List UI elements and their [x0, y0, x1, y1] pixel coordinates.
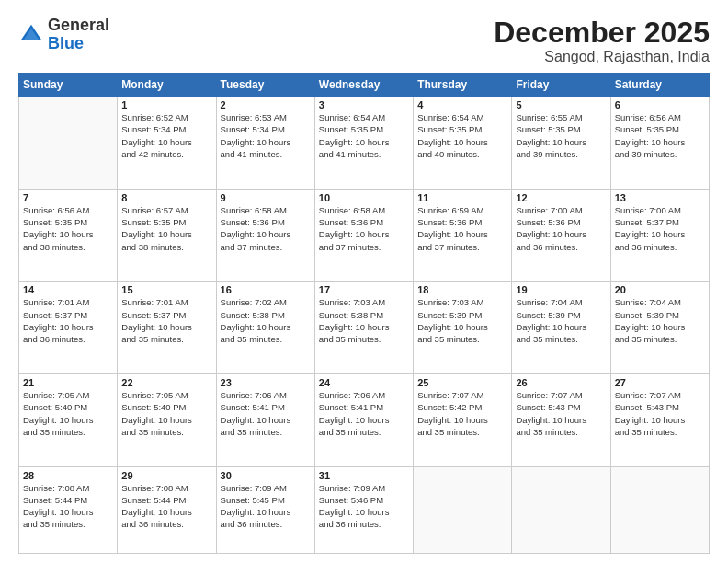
cell-info-line: and 36 minutes.	[516, 241, 606, 253]
cell-info-line: Daylight: 10 hours	[121, 414, 211, 426]
weekday-saturday: Saturday	[610, 74, 709, 97]
cell-info-line: and 35 minutes.	[221, 426, 311, 438]
cell-info-line: Daylight: 10 hours	[516, 321, 606, 333]
cell-info-line: and 38 minutes.	[121, 241, 211, 253]
cell-info-line: Daylight: 10 hours	[319, 136, 409, 148]
calendar-cell: 9Sunrise: 6:58 AMSunset: 5:36 PMDaylight…	[216, 189, 314, 282]
cell-info-line: Daylight: 10 hours	[319, 506, 409, 518]
day-number: 31	[319, 470, 409, 481]
cell-info-line: and 41 minutes.	[319, 148, 409, 160]
cell-info-line: Sunrise: 7:01 AM	[121, 296, 211, 308]
calendar: SundayMondayTuesdayWednesdayThursdayFrid…	[18, 73, 710, 554]
cell-info-line: and 42 minutes.	[121, 148, 211, 160]
cell-info-line: and 36 minutes.	[221, 518, 311, 530]
day-number: 1	[121, 99, 211, 110]
day-number: 16	[221, 284, 311, 295]
calendar-cell: 14Sunrise: 7:01 AMSunset: 5:37 PMDayligh…	[19, 282, 118, 374]
cell-info-line: and 35 minutes.	[417, 426, 507, 438]
cell-info-line: Sunset: 5:39 PM	[417, 309, 507, 321]
cell-info-line: Sunrise: 7:03 AM	[319, 296, 409, 308]
cell-info-line: Daylight: 10 hours	[319, 228, 409, 240]
calendar-cell: 12Sunrise: 7:00 AMSunset: 5:36 PMDayligh…	[512, 189, 610, 282]
cell-info-line: Sunset: 5:35 PM	[319, 123, 409, 135]
day-number: 3	[319, 99, 409, 110]
cell-info-line: and 40 minutes.	[417, 148, 507, 160]
cell-info-line: and 37 minutes.	[417, 241, 507, 253]
day-number: 20	[615, 284, 705, 295]
calendar-cell: 28Sunrise: 7:08 AMSunset: 5:44 PMDayligh…	[19, 466, 118, 553]
day-number: 13	[615, 192, 705, 203]
cell-info-line: Sunrise: 6:56 AM	[615, 111, 705, 123]
location: Sangod, Rajasthan, India	[494, 49, 710, 65]
cell-info-line: Sunset: 5:38 PM	[221, 309, 311, 321]
week-row-3: 14Sunrise: 7:01 AMSunset: 5:37 PMDayligh…	[19, 282, 710, 374]
cell-info-line: Sunrise: 7:08 AM	[121, 482, 211, 494]
calendar-cell: 19Sunrise: 7:04 AMSunset: 5:39 PMDayligh…	[512, 282, 610, 374]
cell-info-line: Daylight: 10 hours	[23, 414, 113, 426]
cell-info-line: Sunset: 5:39 PM	[516, 309, 606, 321]
cell-info-line: Sunset: 5:36 PM	[319, 216, 409, 228]
cell-info-line: and 36 minutes.	[615, 241, 705, 253]
calendar-cell: 22Sunrise: 7:05 AMSunset: 5:40 PMDayligh…	[118, 373, 216, 466]
calendar-cell	[512, 466, 610, 553]
calendar-cell: 8Sunrise: 6:57 AMSunset: 5:35 PMDaylight…	[118, 189, 216, 282]
cell-info-line: Sunset: 5:43 PM	[516, 401, 606, 413]
cell-info-line: Sunrise: 7:00 AM	[516, 204, 606, 216]
calendar-cell: 29Sunrise: 7:08 AMSunset: 5:44 PMDayligh…	[118, 466, 216, 553]
cell-info-line: Daylight: 10 hours	[417, 228, 507, 240]
cell-info-line: Sunrise: 7:04 AM	[516, 296, 606, 308]
cell-info-line: Sunrise: 7:02 AM	[221, 296, 311, 308]
cell-info-line: and 38 minutes.	[23, 241, 113, 253]
cell-info-line: Daylight: 10 hours	[516, 136, 606, 148]
day-number: 24	[319, 377, 409, 388]
cell-info-line: and 35 minutes.	[516, 333, 606, 345]
cell-info-line: Sunrise: 6:57 AM	[121, 204, 211, 216]
cell-info-line: Sunset: 5:44 PM	[23, 494, 113, 506]
cell-info-line: Daylight: 10 hours	[121, 321, 211, 333]
week-row-4: 21Sunrise: 7:05 AMSunset: 5:40 PMDayligh…	[19, 373, 710, 466]
cell-info-line: Sunset: 5:46 PM	[319, 494, 409, 506]
cell-info-line: Sunrise: 7:05 AM	[23, 389, 113, 401]
cell-info-line: Sunset: 5:34 PM	[221, 123, 311, 135]
calendar-cell: 1Sunrise: 6:52 AMSunset: 5:34 PMDaylight…	[118, 97, 216, 190]
cell-info-line: and 35 minutes.	[23, 518, 113, 530]
cell-info-line: Sunrise: 6:58 AM	[319, 204, 409, 216]
cell-info-line: and 36 minutes.	[121, 518, 211, 530]
cell-info-line: Sunset: 5:35 PM	[516, 123, 606, 135]
weekday-sunday: Sunday	[19, 74, 118, 97]
cell-info-line: Daylight: 10 hours	[221, 506, 311, 518]
calendar-cell	[414, 466, 512, 553]
calendar-cell: 25Sunrise: 7:07 AMSunset: 5:42 PMDayligh…	[414, 373, 512, 466]
cell-info-line: Daylight: 10 hours	[121, 136, 211, 148]
cell-info-line: Daylight: 10 hours	[615, 136, 705, 148]
cell-info-line: Sunset: 5:42 PM	[417, 401, 507, 413]
cell-info-line: Sunset: 5:41 PM	[319, 401, 409, 413]
cell-info-line: and 41 minutes.	[221, 148, 311, 160]
day-number: 18	[417, 284, 507, 295]
cell-info-line: Sunrise: 6:59 AM	[417, 204, 507, 216]
day-number: 21	[23, 377, 113, 388]
cell-info-line: Daylight: 10 hours	[221, 136, 311, 148]
day-number: 15	[121, 284, 211, 295]
day-number: 28	[23, 470, 113, 481]
cell-info-line: Sunrise: 7:03 AM	[417, 296, 507, 308]
cell-info-line: Sunset: 5:40 PM	[121, 401, 211, 413]
cell-info-line: Sunrise: 6:52 AM	[121, 111, 211, 123]
cell-info-line: Sunrise: 7:06 AM	[319, 389, 409, 401]
cell-info-line: and 36 minutes.	[23, 333, 113, 345]
cell-info-line: Sunrise: 7:07 AM	[417, 389, 507, 401]
calendar-cell: 20Sunrise: 7:04 AMSunset: 5:39 PMDayligh…	[610, 282, 709, 374]
cell-info-line: Daylight: 10 hours	[319, 321, 409, 333]
cell-info-line: Sunset: 5:37 PM	[121, 309, 211, 321]
cell-info-line: Sunset: 5:37 PM	[615, 216, 705, 228]
calendar-cell: 7Sunrise: 6:56 AMSunset: 5:35 PMDaylight…	[19, 189, 118, 282]
cell-info-line: and 35 minutes.	[615, 333, 705, 345]
cell-info-line: Sunrise: 7:05 AM	[121, 389, 211, 401]
logo-icon	[18, 22, 44, 48]
cell-info-line: and 35 minutes.	[221, 333, 311, 345]
calendar-cell: 5Sunrise: 6:55 AMSunset: 5:35 PMDaylight…	[512, 97, 610, 190]
cell-info-line: Sunrise: 7:04 AM	[615, 296, 705, 308]
day-number: 11	[417, 192, 507, 203]
cell-info-line: Daylight: 10 hours	[121, 228, 211, 240]
day-number: 30	[221, 470, 311, 481]
